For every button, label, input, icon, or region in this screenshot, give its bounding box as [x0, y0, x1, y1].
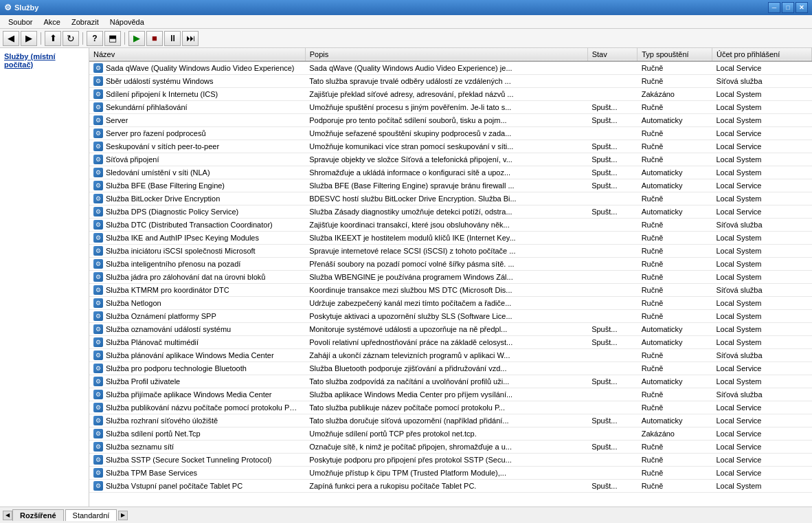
- service-logon-cell: Local Service: [712, 362, 811, 375]
- table-row[interactable]: Služba rozhraní síťového úložištěTato sl…: [89, 414, 812, 427]
- service-logon-cell: Local Service: [712, 414, 811, 427]
- service-startup-cell: Ručně: [638, 297, 712, 310]
- service-name-cell: Služba jádra pro zálohování dat na úrovn…: [89, 271, 305, 284]
- export-button[interactable]: ⬒: [104, 31, 121, 46]
- table-header-row: Název Popis Stav Typ spouštění Účet pro …: [89, 48, 812, 61]
- service-icon: [93, 468, 103, 478]
- tab-advanced[interactable]: Rozšířené: [12, 509, 64, 521]
- table-row[interactable]: Sekundární přihlašováníUmožňuje spuštění…: [89, 101, 812, 114]
- service-status-cell: Spušt...: [587, 441, 638, 454]
- scroll-right-button[interactable]: ▶: [118, 511, 128, 520]
- table-row[interactable]: Služba Plánovač multimédiíPovolí relativ…: [89, 336, 812, 349]
- service-icon: [93, 429, 103, 438]
- table-row[interactable]: Síťová připojeníSpravuje objekty ve slož…: [89, 153, 812, 166]
- table-row[interactable]: Server pro řazení podprocesůUmožňuje seř…: [89, 127, 812, 140]
- window-title: Služby: [14, 3, 768, 12]
- table-row[interactable]: Služba pro podporu technologie Bluetooth…: [89, 362, 812, 375]
- refresh-button[interactable]: ↻: [63, 31, 79, 46]
- service-name-text: Sdílení připojení k Internetu (ICS): [106, 90, 218, 98]
- service-status-cell: Spušt...: [587, 375, 638, 388]
- table-row[interactable]: Služba Vstupní panel počítače Tablet PCZ…: [89, 480, 812, 493]
- service-icon: [93, 311, 103, 321]
- table-row[interactable]: Služba inteligentního přenosu na pozadíP…: [89, 258, 812, 271]
- col-header-status[interactable]: Stav: [587, 48, 638, 61]
- service-name-text: Sledování umístění v síti (NLA): [106, 168, 210, 177]
- sidebar: Služby (místní počítač): [0, 48, 89, 507]
- table-row[interactable]: Sledování umístění v síti (NLA)Shromažďu…: [89, 166, 812, 179]
- service-name-text: Sada qWave (Quality Windows Audio Video …: [106, 64, 295, 72]
- service-icon: [93, 442, 103, 452]
- table-row[interactable]: Sada qWave (Quality Windows Audio Video …: [89, 61, 812, 75]
- service-icon: [93, 298, 103, 308]
- forward-button[interactable]: ▶: [21, 31, 37, 46]
- service-desc-cell: Služba IKEEXT je hostitelem modulů klíčů…: [305, 232, 587, 245]
- sidebar-label: Služby (místní počítač): [3, 51, 86, 70]
- service-status-cell: Spušt...: [587, 153, 638, 166]
- service-status-cell: Spušt...: [587, 179, 638, 192]
- up-button[interactable]: ⬆: [45, 31, 61, 46]
- menu-file[interactable]: Soubor: [3, 16, 38, 27]
- service-name-text: Služba IKE and AuthIP IPsec Keying Modul…: [106, 234, 259, 242]
- col-header-startup[interactable]: Typ spouštění: [638, 48, 712, 61]
- table-row[interactable]: Služba sdílení portů Net.TcpUmožňuje sdí…: [89, 427, 812, 441]
- table-row[interactable]: Služba KTMRM pro koordinátor DTCKoordinu…: [89, 284, 812, 297]
- service-desc-cell: Poskytuje aktivaci a upozornění služby S…: [305, 310, 587, 323]
- table-row[interactable]: Služba iniciátoru iSCSI společnosti Micr…: [89, 245, 812, 258]
- services-table-container[interactable]: Název Popis Stav Typ spouštění Účet pro …: [89, 48, 812, 507]
- service-status-cell: [587, 61, 638, 75]
- table-row[interactable]: Služba BFE (Base Filtering Engine)Služba…: [89, 179, 812, 192]
- minimize-button[interactable]: ─: [768, 2, 780, 13]
- service-desc-cell: Spravuje internetové relace SCSI (iSCSI)…: [305, 245, 587, 258]
- table-row[interactable]: Služba Oznámení platformy SPPPoskytuje a…: [89, 310, 812, 323]
- table-row[interactable]: Služba DTC (Distributed Transaction Coor…: [89, 219, 812, 232]
- table-row[interactable]: Sběr událostí systému WindowsTato služba…: [89, 75, 812, 88]
- service-name-text: Služba Profil uživatele: [106, 377, 180, 386]
- table-row[interactable]: Sdílení připojení k Internetu (ICS)Zajiš…: [89, 88, 812, 101]
- table-row[interactable]: Služba DPS (Diagnostic Policy Service)Sl…: [89, 205, 812, 219]
- service-status-cell: [587, 258, 638, 271]
- stop-button[interactable]: ■: [146, 31, 163, 46]
- service-name-cell: Služba Oznámení platformy SPP: [89, 310, 305, 323]
- close-button[interactable]: ✕: [796, 2, 808, 13]
- service-startup-cell: Automaticky: [638, 179, 712, 192]
- table-row[interactable]: Služba oznamování událostí systémuMonito…: [89, 323, 812, 336]
- table-row[interactable]: Služba BitLocker Drive EncryptionBDESVC …: [89, 192, 812, 205]
- table-row[interactable]: Služba Profil uživateleTato služba zodpo…: [89, 375, 812, 388]
- service-desc-cell: Zapíná funkci pera a rukopisu počítače T…: [305, 480, 587, 493]
- table-row[interactable]: Služba TPM Base ServicesUmožňuje přístup…: [89, 467, 812, 480]
- restart-button[interactable]: ⏭: [182, 31, 199, 46]
- pause-button[interactable]: ⏸: [164, 31, 181, 46]
- col-header-logon[interactable]: Účet pro přihlášení: [712, 48, 811, 61]
- col-header-name[interactable]: Název: [89, 48, 305, 61]
- table-row[interactable]: ServerPodporuje pro tento počítač sdílen…: [89, 114, 812, 127]
- table-row[interactable]: Služba NetlogonUdržuje zabezpečený kanál…: [89, 297, 812, 310]
- table-row[interactable]: Služba seznamu sítíOznačuje sítě, k nimž…: [89, 441, 812, 454]
- service-logon-cell: Local System: [712, 310, 811, 323]
- table-row[interactable]: Služba jádra pro zálohování dat na úrovn…: [89, 271, 812, 284]
- service-startup-cell: Ručně: [638, 284, 712, 297]
- service-name-cell: Služba oznamování událostí systému: [89, 323, 305, 336]
- service-startup-cell: Automaticky: [638, 166, 712, 179]
- col-header-desc[interactable]: Popis: [305, 48, 587, 61]
- tab-standard[interactable]: Standardní: [65, 509, 117, 521]
- table-row[interactable]: Služba SSTP (Secure Socket Tunneling Pro…: [89, 454, 812, 467]
- table-row[interactable]: Seskupování v sítích peer-to-peerUmožňuj…: [89, 140, 812, 153]
- service-startup-cell: Ručně: [638, 362, 712, 375]
- scroll-left-button[interactable]: ◀: [3, 511, 12, 520]
- table-row[interactable]: Služba přijímače aplikace Windows Media …: [89, 388, 812, 401]
- table-row[interactable]: Služba IKE and AuthIP IPsec Keying Modul…: [89, 232, 812, 245]
- back-button[interactable]: ◀: [3, 31, 19, 46]
- table-row[interactable]: Služba publikování názvu počítače pomocí…: [89, 401, 812, 414]
- menu-view[interactable]: Zobrazit: [66, 16, 104, 27]
- menu-help[interactable]: Nápověda: [104, 16, 150, 27]
- menu-action[interactable]: Akce: [38, 16, 65, 27]
- service-icon: [93, 129, 103, 138]
- service-name-cell: Seskupování v sítích peer-to-peer: [89, 140, 305, 153]
- service-logon-cell: Local System: [712, 297, 811, 310]
- table-row[interactable]: Služba plánování aplikace Windows Media …: [89, 349, 812, 362]
- play-button[interactable]: ▶: [128, 31, 145, 46]
- service-status-cell: [587, 362, 638, 375]
- service-name-text: Služba KTMRM pro koordinátor DTC: [106, 286, 229, 294]
- maximize-button[interactable]: □: [782, 2, 794, 13]
- help-button[interactable]: ?: [87, 31, 103, 46]
